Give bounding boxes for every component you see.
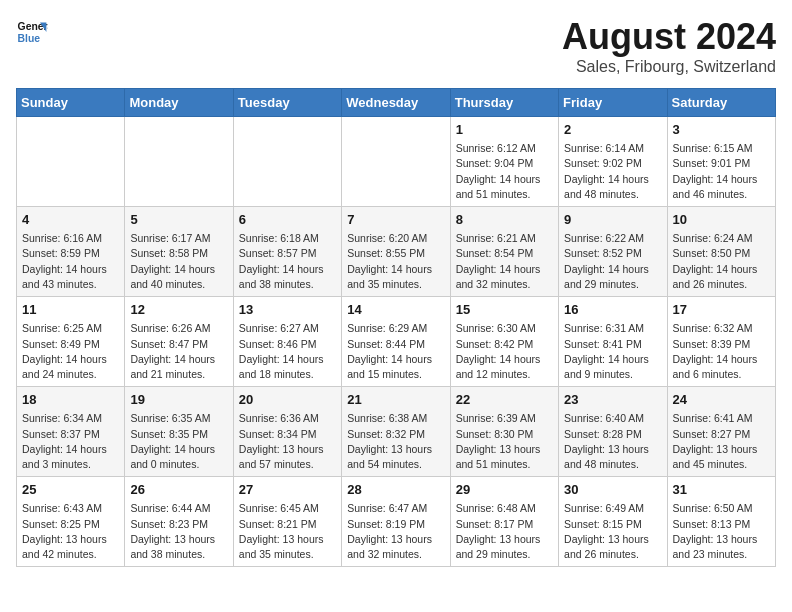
day-info: Sunrise: 6:18 AM Sunset: 8:57 PM Dayligh… bbox=[239, 231, 336, 292]
day-cell: 23Sunrise: 6:40 AM Sunset: 8:28 PM Dayli… bbox=[559, 387, 667, 477]
day-cell: 15Sunrise: 6:30 AM Sunset: 8:42 PM Dayli… bbox=[450, 297, 558, 387]
day-number: 19 bbox=[130, 391, 227, 409]
day-cell: 28Sunrise: 6:47 AM Sunset: 8:19 PM Dayli… bbox=[342, 477, 450, 567]
day-number: 25 bbox=[22, 481, 119, 499]
day-info: Sunrise: 6:14 AM Sunset: 9:02 PM Dayligh… bbox=[564, 141, 661, 202]
day-info: Sunrise: 6:17 AM Sunset: 8:58 PM Dayligh… bbox=[130, 231, 227, 292]
day-info: Sunrise: 6:12 AM Sunset: 9:04 PM Dayligh… bbox=[456, 141, 553, 202]
day-number: 5 bbox=[130, 211, 227, 229]
day-cell: 1Sunrise: 6:12 AM Sunset: 9:04 PM Daylig… bbox=[450, 117, 558, 207]
logo: General Blue bbox=[16, 16, 48, 48]
day-cell: 8Sunrise: 6:21 AM Sunset: 8:54 PM Daylig… bbox=[450, 207, 558, 297]
day-info: Sunrise: 6:43 AM Sunset: 8:25 PM Dayligh… bbox=[22, 501, 119, 562]
day-cell: 7Sunrise: 6:20 AM Sunset: 8:55 PM Daylig… bbox=[342, 207, 450, 297]
day-number: 23 bbox=[564, 391, 661, 409]
day-number: 10 bbox=[673, 211, 770, 229]
day-info: Sunrise: 6:49 AM Sunset: 8:15 PM Dayligh… bbox=[564, 501, 661, 562]
day-cell: 17Sunrise: 6:32 AM Sunset: 8:39 PM Dayli… bbox=[667, 297, 775, 387]
day-number: 13 bbox=[239, 301, 336, 319]
day-cell: 30Sunrise: 6:49 AM Sunset: 8:15 PM Dayli… bbox=[559, 477, 667, 567]
day-number: 24 bbox=[673, 391, 770, 409]
day-cell: 29Sunrise: 6:48 AM Sunset: 8:17 PM Dayli… bbox=[450, 477, 558, 567]
day-number: 18 bbox=[22, 391, 119, 409]
day-info: Sunrise: 6:21 AM Sunset: 8:54 PM Dayligh… bbox=[456, 231, 553, 292]
day-info: Sunrise: 6:16 AM Sunset: 8:59 PM Dayligh… bbox=[22, 231, 119, 292]
day-cell: 11Sunrise: 6:25 AM Sunset: 8:49 PM Dayli… bbox=[17, 297, 125, 387]
day-number: 22 bbox=[456, 391, 553, 409]
week-row-1: 1Sunrise: 6:12 AM Sunset: 9:04 PM Daylig… bbox=[17, 117, 776, 207]
day-cell: 26Sunrise: 6:44 AM Sunset: 8:23 PM Dayli… bbox=[125, 477, 233, 567]
logo-icon: General Blue bbox=[16, 16, 48, 48]
day-number: 28 bbox=[347, 481, 444, 499]
week-row-3: 11Sunrise: 6:25 AM Sunset: 8:49 PM Dayli… bbox=[17, 297, 776, 387]
day-number: 14 bbox=[347, 301, 444, 319]
day-number: 30 bbox=[564, 481, 661, 499]
day-info: Sunrise: 6:32 AM Sunset: 8:39 PM Dayligh… bbox=[673, 321, 770, 382]
day-info: Sunrise: 6:40 AM Sunset: 8:28 PM Dayligh… bbox=[564, 411, 661, 472]
svg-text:Blue: Blue bbox=[18, 33, 41, 44]
day-info: Sunrise: 6:27 AM Sunset: 8:46 PM Dayligh… bbox=[239, 321, 336, 382]
day-info: Sunrise: 6:47 AM Sunset: 8:19 PM Dayligh… bbox=[347, 501, 444, 562]
day-number: 3 bbox=[673, 121, 770, 139]
week-row-2: 4Sunrise: 6:16 AM Sunset: 8:59 PM Daylig… bbox=[17, 207, 776, 297]
day-cell: 25Sunrise: 6:43 AM Sunset: 8:25 PM Dayli… bbox=[17, 477, 125, 567]
day-info: Sunrise: 6:44 AM Sunset: 8:23 PM Dayligh… bbox=[130, 501, 227, 562]
day-info: Sunrise: 6:45 AM Sunset: 8:21 PM Dayligh… bbox=[239, 501, 336, 562]
day-number: 17 bbox=[673, 301, 770, 319]
day-info: Sunrise: 6:38 AM Sunset: 8:32 PM Dayligh… bbox=[347, 411, 444, 472]
day-number: 8 bbox=[456, 211, 553, 229]
weekday-header-friday: Friday bbox=[559, 89, 667, 117]
day-info: Sunrise: 6:30 AM Sunset: 8:42 PM Dayligh… bbox=[456, 321, 553, 382]
title-area: August 2024 Sales, Fribourg, Switzerland bbox=[562, 16, 776, 76]
day-info: Sunrise: 6:39 AM Sunset: 8:30 PM Dayligh… bbox=[456, 411, 553, 472]
day-cell: 4Sunrise: 6:16 AM Sunset: 8:59 PM Daylig… bbox=[17, 207, 125, 297]
day-number: 11 bbox=[22, 301, 119, 319]
day-cell: 19Sunrise: 6:35 AM Sunset: 8:35 PM Dayli… bbox=[125, 387, 233, 477]
day-cell: 2Sunrise: 6:14 AM Sunset: 9:02 PM Daylig… bbox=[559, 117, 667, 207]
day-info: Sunrise: 6:48 AM Sunset: 8:17 PM Dayligh… bbox=[456, 501, 553, 562]
day-cell: 31Sunrise: 6:50 AM Sunset: 8:13 PM Dayli… bbox=[667, 477, 775, 567]
day-cell: 21Sunrise: 6:38 AM Sunset: 8:32 PM Dayli… bbox=[342, 387, 450, 477]
day-cell: 14Sunrise: 6:29 AM Sunset: 8:44 PM Dayli… bbox=[342, 297, 450, 387]
day-cell: 13Sunrise: 6:27 AM Sunset: 8:46 PM Dayli… bbox=[233, 297, 341, 387]
calendar-subtitle: Sales, Fribourg, Switzerland bbox=[562, 58, 776, 76]
day-number: 21 bbox=[347, 391, 444, 409]
day-cell: 5Sunrise: 6:17 AM Sunset: 8:58 PM Daylig… bbox=[125, 207, 233, 297]
day-info: Sunrise: 6:34 AM Sunset: 8:37 PM Dayligh… bbox=[22, 411, 119, 472]
day-info: Sunrise: 6:41 AM Sunset: 8:27 PM Dayligh… bbox=[673, 411, 770, 472]
weekday-header-monday: Monday bbox=[125, 89, 233, 117]
day-number: 12 bbox=[130, 301, 227, 319]
day-info: Sunrise: 6:20 AM Sunset: 8:55 PM Dayligh… bbox=[347, 231, 444, 292]
day-cell bbox=[233, 117, 341, 207]
day-info: Sunrise: 6:35 AM Sunset: 8:35 PM Dayligh… bbox=[130, 411, 227, 472]
weekday-header-sunday: Sunday bbox=[17, 89, 125, 117]
calendar-title: August 2024 bbox=[562, 16, 776, 58]
week-row-4: 18Sunrise: 6:34 AM Sunset: 8:37 PM Dayli… bbox=[17, 387, 776, 477]
day-cell: 12Sunrise: 6:26 AM Sunset: 8:47 PM Dayli… bbox=[125, 297, 233, 387]
weekday-header-wednesday: Wednesday bbox=[342, 89, 450, 117]
weekday-header-saturday: Saturday bbox=[667, 89, 775, 117]
weekday-header-tuesday: Tuesday bbox=[233, 89, 341, 117]
day-cell: 22Sunrise: 6:39 AM Sunset: 8:30 PM Dayli… bbox=[450, 387, 558, 477]
day-cell bbox=[125, 117, 233, 207]
day-number: 15 bbox=[456, 301, 553, 319]
day-number: 9 bbox=[564, 211, 661, 229]
day-number: 29 bbox=[456, 481, 553, 499]
day-number: 6 bbox=[239, 211, 336, 229]
weekday-header-row: SundayMondayTuesdayWednesdayThursdayFrid… bbox=[17, 89, 776, 117]
day-info: Sunrise: 6:22 AM Sunset: 8:52 PM Dayligh… bbox=[564, 231, 661, 292]
day-cell: 18Sunrise: 6:34 AM Sunset: 8:37 PM Dayli… bbox=[17, 387, 125, 477]
week-row-5: 25Sunrise: 6:43 AM Sunset: 8:25 PM Dayli… bbox=[17, 477, 776, 567]
day-info: Sunrise: 6:29 AM Sunset: 8:44 PM Dayligh… bbox=[347, 321, 444, 382]
day-info: Sunrise: 6:31 AM Sunset: 8:41 PM Dayligh… bbox=[564, 321, 661, 382]
day-info: Sunrise: 6:24 AM Sunset: 8:50 PM Dayligh… bbox=[673, 231, 770, 292]
day-cell: 6Sunrise: 6:18 AM Sunset: 8:57 PM Daylig… bbox=[233, 207, 341, 297]
day-info: Sunrise: 6:36 AM Sunset: 8:34 PM Dayligh… bbox=[239, 411, 336, 472]
day-number: 7 bbox=[347, 211, 444, 229]
day-cell: 24Sunrise: 6:41 AM Sunset: 8:27 PM Dayli… bbox=[667, 387, 775, 477]
day-cell: 3Sunrise: 6:15 AM Sunset: 9:01 PM Daylig… bbox=[667, 117, 775, 207]
day-number: 20 bbox=[239, 391, 336, 409]
day-cell: 20Sunrise: 6:36 AM Sunset: 8:34 PM Dayli… bbox=[233, 387, 341, 477]
day-info: Sunrise: 6:25 AM Sunset: 8:49 PM Dayligh… bbox=[22, 321, 119, 382]
day-number: 26 bbox=[130, 481, 227, 499]
